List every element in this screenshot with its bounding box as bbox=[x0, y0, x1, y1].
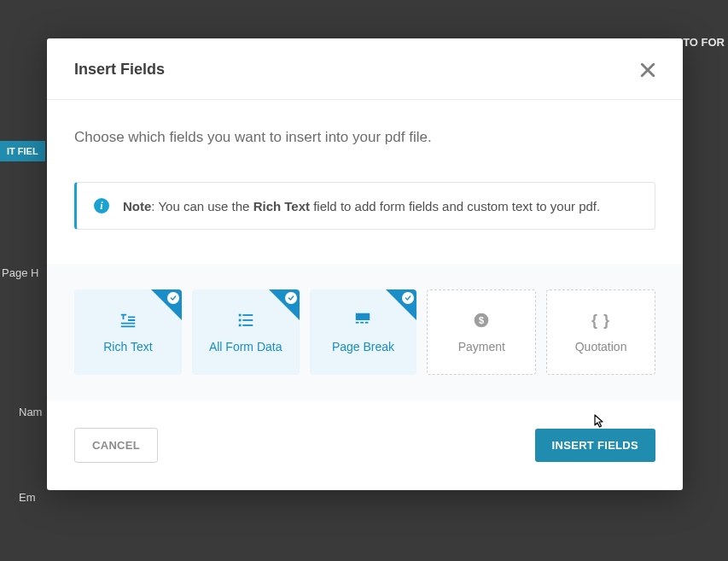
insert-fields-modal: Insert Fields Choose which fields you wa… bbox=[47, 38, 683, 490]
rich-text-icon bbox=[119, 311, 137, 330]
svg-rect-5 bbox=[242, 324, 253, 326]
svg-rect-6 bbox=[356, 313, 370, 320]
field-label: Rich Text bbox=[103, 340, 152, 354]
modal-footer: CANCEL INSERT FIELDS bbox=[47, 400, 683, 490]
bg-name: Nam bbox=[19, 406, 42, 418]
info-icon: i bbox=[94, 198, 109, 213]
field-card-quotation[interactable]: { } Quotation bbox=[546, 289, 655, 375]
insert-fields-button[interactable]: INSERT FIELDS bbox=[535, 429, 655, 462]
check-icon bbox=[167, 292, 179, 304]
svg-text:$: $ bbox=[479, 315, 484, 325]
field-card-page-break[interactable]: Page Break bbox=[310, 289, 417, 375]
field-label: Page Break bbox=[332, 340, 394, 354]
svg-rect-0 bbox=[238, 314, 241, 317]
braces-icon: { } bbox=[591, 311, 610, 330]
modal-body: Choose which fields you want to insert i… bbox=[47, 100, 683, 400]
note-box: i Note: You can use the Rich Text field … bbox=[74, 182, 655, 230]
field-label: Quotation bbox=[575, 340, 627, 354]
bg-pill: IT FIEL bbox=[0, 141, 45, 161]
svg-rect-2 bbox=[238, 319, 241, 322]
list-icon bbox=[236, 311, 255, 330]
svg-rect-9 bbox=[365, 322, 369, 324]
bg-page-h: Page H bbox=[2, 266, 38, 279]
field-card-all-form-data[interactable]: All Form Data bbox=[192, 289, 300, 375]
modal-header: Insert Fields bbox=[47, 38, 683, 100]
bg-email: Em bbox=[19, 491, 36, 504]
bg-top-right: TO FOR bbox=[683, 36, 725, 49]
svg-rect-1 bbox=[242, 314, 253, 316]
fields-strip: Rich Text All Form Data bbox=[47, 264, 683, 400]
note-text: Note: You can use the Rich Text field to… bbox=[123, 199, 600, 213]
field-label: Payment bbox=[458, 340, 505, 354]
instruction-text: Choose which fields you want to insert i… bbox=[74, 129, 655, 146]
page-break-icon bbox=[353, 311, 372, 330]
field-label: All Form Data bbox=[209, 340, 282, 354]
check-icon bbox=[285, 292, 297, 304]
modal-title: Insert Fields bbox=[74, 61, 165, 79]
svg-rect-7 bbox=[356, 322, 359, 324]
close-icon[interactable] bbox=[640, 62, 655, 78]
svg-rect-4 bbox=[238, 324, 241, 327]
svg-rect-3 bbox=[242, 319, 253, 321]
field-card-payment[interactable]: $ Payment bbox=[427, 289, 536, 375]
cancel-button[interactable]: CANCEL bbox=[74, 428, 158, 463]
svg-rect-8 bbox=[361, 322, 364, 324]
dollar-icon: $ bbox=[472, 311, 491, 330]
field-card-rich-text[interactable]: Rich Text bbox=[74, 289, 182, 375]
